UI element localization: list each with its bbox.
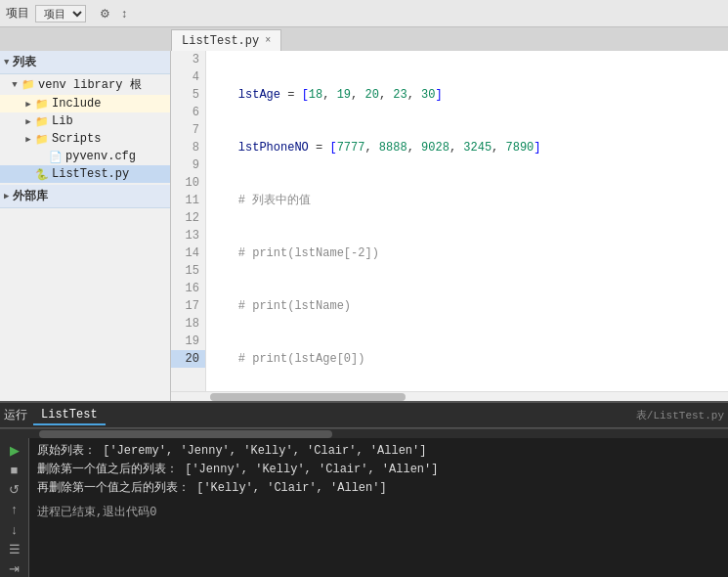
- ln-6: 6: [171, 104, 205, 121]
- run-hscroll[interactable]: [0, 428, 728, 438]
- sidebar-section-list[interactable]: ▼ 列表: [0, 51, 170, 74]
- code-lines[interactable]: lstAge = [18, 19, 20, 23, 30] lstPhoneNO…: [206, 51, 728, 391]
- code-content: 3 4 5 6 7 8 9 10 11 12 13 14 15 16 17 18…: [171, 51, 728, 391]
- lib-label: Lib: [52, 114, 73, 128]
- pyvenv-file-icon: 📄: [49, 151, 63, 163]
- pyvenv-label: pyvenv.cfg: [65, 150, 136, 163]
- list-collapse-arrow[interactable]: ▼: [4, 58, 9, 67]
- ln-17: 17: [171, 297, 205, 315]
- tab-bar: ListTest.py ×: [0, 27, 728, 51]
- run-options-button[interactable]: ☰: [4, 541, 25, 557]
- run-hscroll-thumb[interactable]: [39, 430, 332, 438]
- include-label: Include: [52, 97, 101, 111]
- ln-3: 3: [171, 51, 205, 68]
- ln-13: 13: [171, 227, 205, 244]
- sidebar-list-label: 列表: [13, 54, 36, 70]
- main-area: ▼ 列表 ▼ 📁 venv library 根 ▶ 📁 Include ▶ 📁 …: [0, 51, 728, 401]
- listtest-label: ListTest.py: [52, 167, 129, 181]
- sidebar-item-scripts[interactable]: ▶ 📁 Scripts: [0, 130, 170, 148]
- run-transfer-button[interactable]: ⇥: [4, 560, 25, 577]
- ln-18: 18: [171, 315, 205, 333]
- ln-5: 5: [171, 86, 205, 104]
- code-line-5: # 列表中的值: [210, 192, 724, 209]
- output-line-2: 删除第一个值之后的列表： ['Jenny', 'Kelly', 'Clair',…: [37, 461, 720, 479]
- sidebar-item-pyvenv[interactable]: 📄 pyvenv.cfg: [0, 148, 170, 165]
- sidebar-item-lib[interactable]: ▶ 📁 Lib: [0, 112, 170, 130]
- code-hscroll[interactable]: [171, 391, 728, 401]
- run-play-button[interactable]: ▶: [4, 442, 25, 459]
- run-path: 表/ListTest.py: [636, 408, 724, 422]
- output-process: 进程已结束,退出代码0: [37, 504, 720, 522]
- sidebar-item-venv[interactable]: ▼ 📁 venv library 根: [0, 74, 170, 95]
- sort-icon[interactable]: ↕: [115, 5, 133, 22]
- scripts-folder-icon: 📁: [35, 133, 49, 146]
- sidebar-section-external[interactable]: ▶ 外部库: [0, 185, 170, 208]
- ln-9: 9: [171, 156, 205, 174]
- run-up-button[interactable]: ↑: [4, 501, 25, 517]
- include-folder-icon: 📁: [35, 98, 49, 111]
- ln-14: 14: [171, 244, 205, 262]
- scripts-label: Scripts: [52, 132, 101, 146]
- run-rerun-button[interactable]: ↺: [4, 481, 25, 498]
- code-line-7: # print(lstName): [210, 297, 724, 315]
- run-output: 原始列表： ['Jeremy', 'Jenny', 'Kelly', 'Clai…: [29, 438, 728, 577]
- code-line-8: # print(lstAge[0]): [210, 350, 724, 368]
- close-icon[interactable]: ×: [265, 35, 271, 46]
- venv-label: venv library 根: [38, 76, 142, 93]
- venv-arrow[interactable]: ▼: [8, 80, 21, 90]
- external-collapse-arrow[interactable]: ▶: [4, 191, 9, 201]
- ln-7: 7: [171, 121, 205, 139]
- run-panel: 运行 ListTest 表/ListTest.py ▶ ■ ↺ ↑ ↓ ☰ ⇥ …: [0, 401, 728, 577]
- run-down-button[interactable]: ↓: [4, 521, 25, 538]
- run-left-buttons: ▶ ■ ↺ ↑ ↓ ☰ ⇥: [0, 438, 29, 577]
- run-stop-button[interactable]: ■: [4, 462, 25, 478]
- output-line-1: 原始列表： ['Jeremy', 'Jenny', 'Kelly', 'Clai…: [37, 442, 720, 461]
- ln-15: 15: [171, 262, 205, 280]
- run-panel-label: 运行: [4, 407, 27, 423]
- tab-filename: ListTest.py: [182, 34, 259, 48]
- scripts-arrow[interactable]: ▶: [21, 134, 35, 145]
- run-panel-header: 运行 ListTest 表/ListTest.py: [0, 403, 728, 428]
- top-bar-icons: ⚙ ↕: [96, 5, 133, 22]
- ln-11: 11: [171, 192, 205, 209]
- code-line-3: lstAge = [18, 19, 20, 23, 30]: [210, 86, 724, 104]
- code-line-4: lstPhoneNO = [7777, 8888, 9028, 3245, 78…: [210, 139, 724, 156]
- line-numbers: 3 4 5 6 7 8 9 10 11 12 13 14 15 16 17 18…: [171, 51, 206, 391]
- ln-8: 8: [171, 139, 205, 156]
- sidebar-external-label: 外部库: [13, 188, 48, 204]
- venv-folder-icon: 📁: [21, 78, 35, 91]
- ln-12: 12: [171, 209, 205, 227]
- listtest-file-icon: 🐍: [35, 168, 49, 181]
- lib-folder-icon: 📁: [35, 115, 49, 128]
- ln-4: 4: [171, 68, 205, 86]
- ln-16: 16: [171, 280, 205, 297]
- ln-10: 10: [171, 174, 205, 192]
- run-tab-listtest[interactable]: ListTest: [33, 406, 106, 425]
- run-actions: 表/ListTest.py: [323, 408, 724, 422]
- settings-icon[interactable]: ⚙: [96, 5, 113, 22]
- include-arrow[interactable]: ▶: [21, 99, 35, 110]
- top-bar: 项目 项目 ⚙ ↕: [0, 0, 728, 27]
- project-label: 项目: [6, 5, 29, 22]
- run-content: ▶ ■ ↺ ↑ ↓ ☰ ⇥ 原始列表： ['Jeremy', 'Jenny', …: [0, 438, 728, 577]
- code-line-6: # print(lstName[-2]): [210, 244, 724, 262]
- project-select[interactable]: 项目: [35, 5, 86, 22]
- ln-20: 20: [171, 350, 205, 368]
- code-hscroll-thumb[interactable]: [210, 393, 406, 401]
- sidebar-item-listtest[interactable]: 🐍 ListTest.py: [0, 165, 170, 183]
- sidebar-item-include[interactable]: ▶ 📁 Include: [0, 95, 170, 112]
- lib-arrow[interactable]: ▶: [21, 116, 35, 127]
- sidebar: ▼ 列表 ▼ 📁 venv library 根 ▶ 📁 Include ▶ 📁 …: [0, 51, 171, 401]
- code-panel: 3 4 5 6 7 8 9 10 11 12 13 14 15 16 17 18…: [171, 51, 728, 401]
- ln-19: 19: [171, 333, 205, 350]
- output-line-3: 再删除第一个值之后的列表： ['Kelly', 'Clair', 'Allen'…: [37, 479, 720, 498]
- tab-listtest[interactable]: ListTest.py ×: [171, 29, 281, 51]
